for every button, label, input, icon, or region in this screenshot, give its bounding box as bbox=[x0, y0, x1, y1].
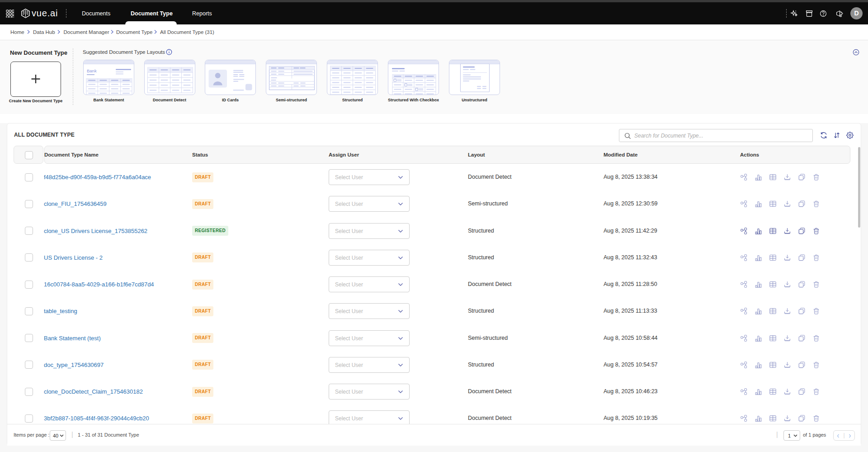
svg-text:Bank: Bank bbox=[87, 68, 97, 73]
